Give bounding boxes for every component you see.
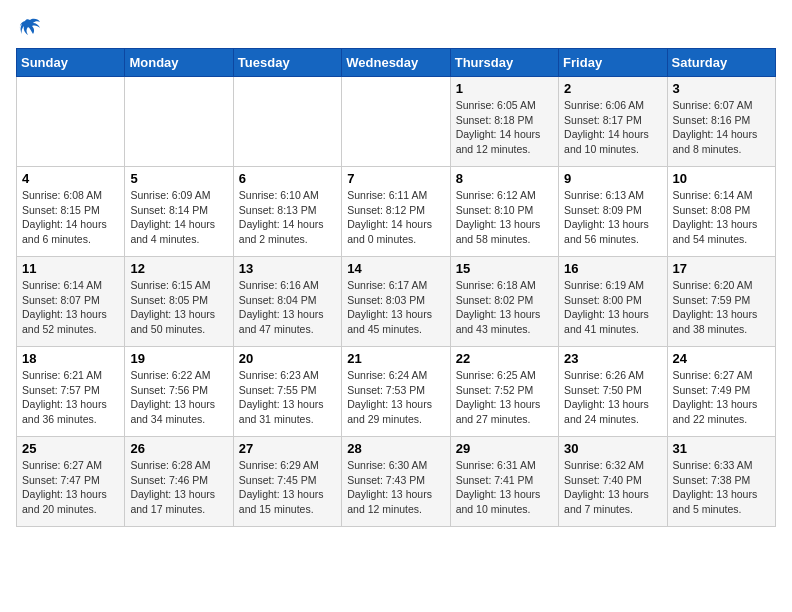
calendar-body: 1Sunrise: 6:05 AM Sunset: 8:18 PM Daylig… bbox=[17, 77, 776, 527]
calendar-cell: 19Sunrise: 6:22 AM Sunset: 7:56 PM Dayli… bbox=[125, 347, 233, 437]
calendar-cell: 6Sunrise: 6:10 AM Sunset: 8:13 PM Daylig… bbox=[233, 167, 341, 257]
calendar-cell: 2Sunrise: 6:06 AM Sunset: 8:17 PM Daylig… bbox=[559, 77, 667, 167]
calendar-header-row: SundayMondayTuesdayWednesdayThursdayFrid… bbox=[17, 49, 776, 77]
calendar-cell: 23Sunrise: 6:26 AM Sunset: 7:50 PM Dayli… bbox=[559, 347, 667, 437]
day-number: 14 bbox=[347, 261, 444, 276]
day-number: 7 bbox=[347, 171, 444, 186]
weekday-header-thursday: Thursday bbox=[450, 49, 558, 77]
calendar-cell: 28Sunrise: 6:30 AM Sunset: 7:43 PM Dayli… bbox=[342, 437, 450, 527]
calendar-cell: 26Sunrise: 6:28 AM Sunset: 7:46 PM Dayli… bbox=[125, 437, 233, 527]
day-info: Sunrise: 6:12 AM Sunset: 8:10 PM Dayligh… bbox=[456, 188, 553, 247]
weekday-header-saturday: Saturday bbox=[667, 49, 775, 77]
page-header bbox=[16, 16, 776, 40]
calendar-cell: 21Sunrise: 6:24 AM Sunset: 7:53 PM Dayli… bbox=[342, 347, 450, 437]
day-number: 17 bbox=[673, 261, 770, 276]
day-number: 25 bbox=[22, 441, 119, 456]
day-info: Sunrise: 6:32 AM Sunset: 7:40 PM Dayligh… bbox=[564, 458, 661, 517]
day-number: 15 bbox=[456, 261, 553, 276]
day-number: 10 bbox=[673, 171, 770, 186]
day-info: Sunrise: 6:29 AM Sunset: 7:45 PM Dayligh… bbox=[239, 458, 336, 517]
calendar-cell: 18Sunrise: 6:21 AM Sunset: 7:57 PM Dayli… bbox=[17, 347, 125, 437]
calendar-cell: 25Sunrise: 6:27 AM Sunset: 7:47 PM Dayli… bbox=[17, 437, 125, 527]
day-info: Sunrise: 6:24 AM Sunset: 7:53 PM Dayligh… bbox=[347, 368, 444, 427]
day-info: Sunrise: 6:23 AM Sunset: 7:55 PM Dayligh… bbox=[239, 368, 336, 427]
day-info: Sunrise: 6:09 AM Sunset: 8:14 PM Dayligh… bbox=[130, 188, 227, 247]
day-info: Sunrise: 6:13 AM Sunset: 8:09 PM Dayligh… bbox=[564, 188, 661, 247]
day-info: Sunrise: 6:19 AM Sunset: 8:00 PM Dayligh… bbox=[564, 278, 661, 337]
day-info: Sunrise: 6:26 AM Sunset: 7:50 PM Dayligh… bbox=[564, 368, 661, 427]
weekday-header-tuesday: Tuesday bbox=[233, 49, 341, 77]
day-info: Sunrise: 6:30 AM Sunset: 7:43 PM Dayligh… bbox=[347, 458, 444, 517]
logo-bird-icon bbox=[18, 16, 42, 40]
day-number: 31 bbox=[673, 441, 770, 456]
day-info: Sunrise: 6:10 AM Sunset: 8:13 PM Dayligh… bbox=[239, 188, 336, 247]
calendar-cell: 29Sunrise: 6:31 AM Sunset: 7:41 PM Dayli… bbox=[450, 437, 558, 527]
calendar-cell: 14Sunrise: 6:17 AM Sunset: 8:03 PM Dayli… bbox=[342, 257, 450, 347]
day-info: Sunrise: 6:14 AM Sunset: 8:07 PM Dayligh… bbox=[22, 278, 119, 337]
day-number: 3 bbox=[673, 81, 770, 96]
calendar-cell: 9Sunrise: 6:13 AM Sunset: 8:09 PM Daylig… bbox=[559, 167, 667, 257]
calendar-cell: 11Sunrise: 6:14 AM Sunset: 8:07 PM Dayli… bbox=[17, 257, 125, 347]
calendar-cell: 13Sunrise: 6:16 AM Sunset: 8:04 PM Dayli… bbox=[233, 257, 341, 347]
calendar-cell: 7Sunrise: 6:11 AM Sunset: 8:12 PM Daylig… bbox=[342, 167, 450, 257]
calendar-week-5: 25Sunrise: 6:27 AM Sunset: 7:47 PM Dayli… bbox=[17, 437, 776, 527]
calendar-cell: 1Sunrise: 6:05 AM Sunset: 8:18 PM Daylig… bbox=[450, 77, 558, 167]
day-number: 11 bbox=[22, 261, 119, 276]
day-number: 27 bbox=[239, 441, 336, 456]
day-number: 18 bbox=[22, 351, 119, 366]
day-number: 5 bbox=[130, 171, 227, 186]
day-info: Sunrise: 6:27 AM Sunset: 7:47 PM Dayligh… bbox=[22, 458, 119, 517]
day-info: Sunrise: 6:06 AM Sunset: 8:17 PM Dayligh… bbox=[564, 98, 661, 157]
day-number: 9 bbox=[564, 171, 661, 186]
logo bbox=[16, 16, 42, 40]
day-number: 8 bbox=[456, 171, 553, 186]
calendar-table: SundayMondayTuesdayWednesdayThursdayFrid… bbox=[16, 48, 776, 527]
calendar-cell bbox=[125, 77, 233, 167]
calendar-cell: 8Sunrise: 6:12 AM Sunset: 8:10 PM Daylig… bbox=[450, 167, 558, 257]
calendar-week-1: 1Sunrise: 6:05 AM Sunset: 8:18 PM Daylig… bbox=[17, 77, 776, 167]
calendar-cell: 27Sunrise: 6:29 AM Sunset: 7:45 PM Dayli… bbox=[233, 437, 341, 527]
calendar-cell: 31Sunrise: 6:33 AM Sunset: 7:38 PM Dayli… bbox=[667, 437, 775, 527]
day-info: Sunrise: 6:08 AM Sunset: 8:15 PM Dayligh… bbox=[22, 188, 119, 247]
calendar-cell: 22Sunrise: 6:25 AM Sunset: 7:52 PM Dayli… bbox=[450, 347, 558, 437]
day-number: 23 bbox=[564, 351, 661, 366]
calendar-cell: 16Sunrise: 6:19 AM Sunset: 8:00 PM Dayli… bbox=[559, 257, 667, 347]
day-number: 22 bbox=[456, 351, 553, 366]
day-info: Sunrise: 6:33 AM Sunset: 7:38 PM Dayligh… bbox=[673, 458, 770, 517]
day-number: 1 bbox=[456, 81, 553, 96]
day-number: 4 bbox=[22, 171, 119, 186]
day-number: 6 bbox=[239, 171, 336, 186]
calendar-cell bbox=[17, 77, 125, 167]
day-info: Sunrise: 6:17 AM Sunset: 8:03 PM Dayligh… bbox=[347, 278, 444, 337]
calendar-cell: 30Sunrise: 6:32 AM Sunset: 7:40 PM Dayli… bbox=[559, 437, 667, 527]
day-info: Sunrise: 6:05 AM Sunset: 8:18 PM Dayligh… bbox=[456, 98, 553, 157]
day-info: Sunrise: 6:14 AM Sunset: 8:08 PM Dayligh… bbox=[673, 188, 770, 247]
calendar-week-3: 11Sunrise: 6:14 AM Sunset: 8:07 PM Dayli… bbox=[17, 257, 776, 347]
calendar-cell bbox=[342, 77, 450, 167]
calendar-cell: 4Sunrise: 6:08 AM Sunset: 8:15 PM Daylig… bbox=[17, 167, 125, 257]
weekday-header-friday: Friday bbox=[559, 49, 667, 77]
day-number: 2 bbox=[564, 81, 661, 96]
weekday-header-sunday: Sunday bbox=[17, 49, 125, 77]
calendar-cell: 20Sunrise: 6:23 AM Sunset: 7:55 PM Dayli… bbox=[233, 347, 341, 437]
day-info: Sunrise: 6:27 AM Sunset: 7:49 PM Dayligh… bbox=[673, 368, 770, 427]
day-info: Sunrise: 6:18 AM Sunset: 8:02 PM Dayligh… bbox=[456, 278, 553, 337]
day-info: Sunrise: 6:15 AM Sunset: 8:05 PM Dayligh… bbox=[130, 278, 227, 337]
calendar-cell: 3Sunrise: 6:07 AM Sunset: 8:16 PM Daylig… bbox=[667, 77, 775, 167]
calendar-cell: 24Sunrise: 6:27 AM Sunset: 7:49 PM Dayli… bbox=[667, 347, 775, 437]
day-info: Sunrise: 6:28 AM Sunset: 7:46 PM Dayligh… bbox=[130, 458, 227, 517]
calendar-cell: 15Sunrise: 6:18 AM Sunset: 8:02 PM Dayli… bbox=[450, 257, 558, 347]
day-number: 30 bbox=[564, 441, 661, 456]
day-number: 12 bbox=[130, 261, 227, 276]
day-info: Sunrise: 6:31 AM Sunset: 7:41 PM Dayligh… bbox=[456, 458, 553, 517]
calendar-week-2: 4Sunrise: 6:08 AM Sunset: 8:15 PM Daylig… bbox=[17, 167, 776, 257]
calendar-cell bbox=[233, 77, 341, 167]
calendar-cell: 5Sunrise: 6:09 AM Sunset: 8:14 PM Daylig… bbox=[125, 167, 233, 257]
day-number: 26 bbox=[130, 441, 227, 456]
weekday-header-monday: Monday bbox=[125, 49, 233, 77]
day-number: 16 bbox=[564, 261, 661, 276]
day-number: 13 bbox=[239, 261, 336, 276]
day-info: Sunrise: 6:11 AM Sunset: 8:12 PM Dayligh… bbox=[347, 188, 444, 247]
day-number: 29 bbox=[456, 441, 553, 456]
day-number: 28 bbox=[347, 441, 444, 456]
